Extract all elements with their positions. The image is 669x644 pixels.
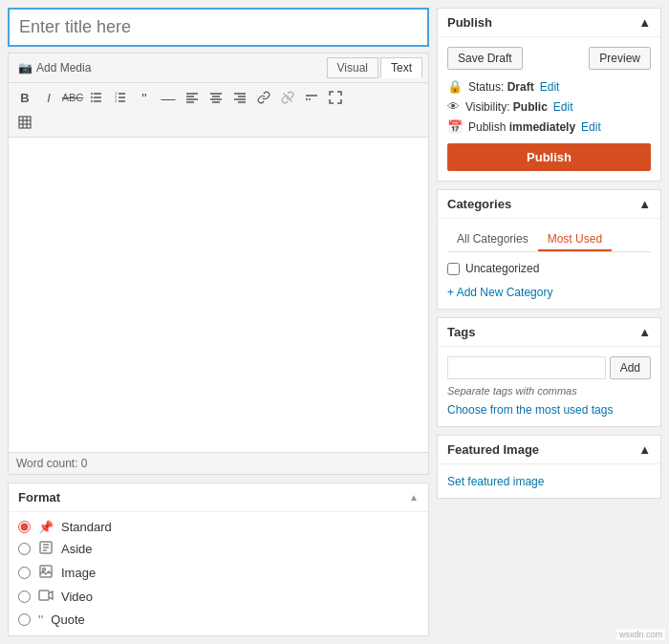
fullscreen-button[interactable] [324, 87, 347, 108]
tags-arrow-icon: ▲ [638, 325, 651, 339]
video-icon [38, 588, 54, 606]
format-item-aside: Aside [18, 540, 419, 558]
format-label-aside: Aside [61, 542, 93, 556]
svg-rect-38 [39, 590, 49, 600]
categories-panel-body: All Categories Most Used Uncategorized +… [438, 219, 660, 309]
format-list: 📌 Standard Aside Image [9, 512, 428, 635]
tag-input[interactable] [447, 356, 606, 379]
publish-time-edit-link[interactable]: Edit [581, 120, 601, 134]
featured-image-arrow-icon: ▲ [638, 442, 651, 457]
visibility-edit-link[interactable]: Edit [553, 100, 573, 114]
format-radio-quote[interactable] [18, 613, 31, 626]
unordered-list-button[interactable] [85, 87, 108, 108]
svg-point-4 [91, 97, 93, 98]
format-label-video: Video [61, 590, 93, 604]
left-column: 📷 Add Media Visual Text B I ABC 123 " — [8, 8, 429, 636]
tags-panel-body: Add Separate tags with commas Choose fro… [438, 347, 660, 426]
visibility-row: 👁 Visibility: Public Edit [447, 99, 651, 114]
ordered-list-button[interactable]: 123 [109, 87, 132, 108]
table-button[interactable] [13, 112, 36, 133]
categories-title: Categories [447, 197, 511, 211]
add-media-label: Add Media [36, 61, 91, 75]
svg-rect-27 [19, 117, 31, 128]
align-center-button[interactable] [205, 87, 227, 108]
tags-title: Tags [447, 325, 475, 339]
svg-line-24 [283, 93, 291, 101]
format-section-header: Format ▲ [9, 483, 428, 512]
more-tag-button[interactable] [300, 87, 323, 108]
publish-panel-title: Publish [447, 15, 492, 30]
format-radio-image[interactable] [18, 567, 31, 579]
status-label: Status: Draft [468, 80, 534, 94]
editor-tabs: Visual Text [327, 57, 422, 78]
publish-time-row: 📅 Publish immediately Edit [447, 119, 651, 134]
tab-all-categories[interactable]: All Categories [447, 228, 538, 251]
categories-arrow-icon: ▲ [638, 197, 651, 211]
publish-panel-header: Publish ▲ [438, 9, 660, 37]
set-featured-image-link[interactable]: Set featured image [447, 475, 544, 488]
add-tag-button[interactable]: Add [610, 356, 651, 379]
editor-textarea[interactable] [8, 137, 429, 453]
featured-image-body: Set featured image [438, 464, 660, 498]
categories-panel-header: Categories ▲ [438, 190, 660, 219]
add-media-bar: 📷 Add Media Visual Text [8, 53, 429, 82]
horizontal-rule-button[interactable]: — [157, 87, 180, 108]
svg-text:3: 3 [115, 98, 118, 103]
tab-visual[interactable]: Visual [327, 57, 378, 78]
status-edit-link[interactable]: Edit [540, 80, 560, 94]
tab-most-used[interactable]: Most Used [538, 228, 612, 251]
align-right-button[interactable] [228, 87, 251, 108]
preview-button[interactable]: Preview [589, 47, 651, 70]
title-input[interactable] [8, 8, 429, 47]
bold-button[interactable]: B [13, 87, 36, 108]
right-column: Publish ▲ Save Draft Preview 🔒 Status: D… [437, 8, 661, 636]
calendar-icon: 📅 [447, 119, 463, 134]
format-item-video: Video [18, 588, 419, 606]
add-media-button[interactable]: 📷 Add Media [14, 59, 95, 76]
italic-button[interactable]: I [37, 87, 60, 108]
featured-image-panel: Featured Image ▲ Set featured image [437, 435, 661, 499]
svg-rect-36 [40, 566, 52, 577]
watermark: wsxdn.com [616, 629, 665, 640]
quote-format-icon: " [38, 612, 43, 628]
category-label-uncategorized: Uncategorized [465, 262, 539, 275]
word-count-bar: Word count: 0 [8, 453, 429, 475]
svg-point-3 [91, 93, 93, 95]
publish-time-label: Publish immediately [468, 120, 575, 134]
format-label-image: Image [61, 566, 96, 580]
align-left-button[interactable] [181, 87, 204, 108]
tags-panel-header: Tags ▲ [438, 318, 660, 347]
format-section: Format ▲ 📌 Standard Aside [8, 483, 429, 636]
add-new-category-link[interactable]: + Add New Category [447, 286, 552, 299]
format-radio-video[interactable] [18, 590, 31, 603]
publish-panel-body: Save Draft Preview 🔒 Status: Draft Edit … [438, 37, 660, 181]
format-item-standard: 📌 Standard [18, 520, 419, 534]
save-draft-button[interactable]: Save Draft [447, 47, 523, 70]
tag-hint: Separate tags with commas [447, 385, 651, 397]
tab-text[interactable]: Text [380, 57, 422, 78]
format-arrow-icon: ▲ [409, 492, 419, 503]
image-format-icon [38, 564, 54, 582]
word-count-text: Word count: 0 [16, 457, 87, 470]
visibility-label: Visibility: Public [465, 100, 548, 114]
strikethrough-button[interactable]: ABC [61, 87, 84, 108]
categories-tabs: All Categories Most Used [447, 228, 651, 252]
publish-actions: Save Draft Preview [447, 47, 651, 70]
status-icon: 🔒 [447, 79, 463, 94]
category-checkbox-uncategorized[interactable] [447, 263, 460, 275]
standard-icon: 📌 [38, 520, 54, 534]
insert-link-button[interactable] [252, 87, 275, 108]
remove-link-button[interactable] [276, 87, 299, 108]
format-radio-aside[interactable] [18, 543, 31, 555]
blockquote-button[interactable]: " [133, 87, 156, 108]
format-radio-standard[interactable] [18, 521, 31, 533]
publish-button[interactable]: Publish [447, 143, 651, 171]
choose-tags-link[interactable]: Choose from the most used tags [447, 403, 613, 417]
category-item-uncategorized: Uncategorized [447, 260, 651, 277]
format-item-image: Image [18, 564, 419, 582]
add-media-icon: 📷 [18, 61, 32, 75]
tags-panel: Tags ▲ Add Separate tags with commas Cho… [437, 317, 661, 427]
categories-list: Uncategorized [447, 260, 651, 277]
publish-arrow-icon: ▲ [638, 15, 651, 30]
publish-meta: 🔒 Status: Draft Edit 👁 Visibility: Publi… [447, 79, 651, 134]
